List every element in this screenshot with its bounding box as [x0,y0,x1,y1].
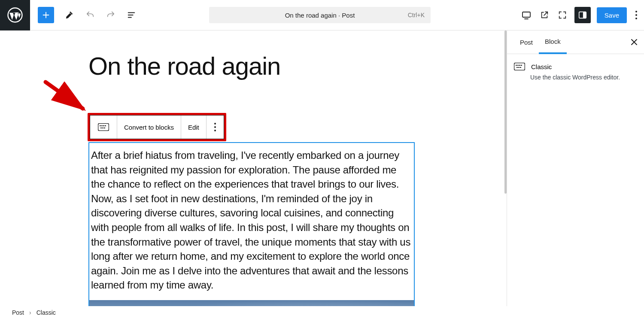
chevron-right-icon: › [29,309,31,316]
top-toolbar: On the road again · Post Ctrl+K Save [0,0,644,30]
document-title: On the road again · Post [285,12,355,19]
annotation-highlight-box: Convert to blocks Edit [88,113,226,141]
svg-rect-21 [519,65,520,66]
post-image[interactable] [89,300,414,306]
sidebar-body: Classic Use the classic WordPress editor… [507,54,644,89]
view-desktop-icon[interactable] [520,9,532,21]
document-overview-icon[interactable] [126,10,137,20]
wordpress-logo[interactable] [0,0,30,30]
block-description: Use the classic WordPress editor. [530,74,637,81]
add-block-button[interactable] [38,7,54,23]
tab-block[interactable]: Block [539,30,567,54]
svg-rect-11 [105,125,106,126]
sidebar-toggle-button[interactable] [574,7,591,23]
command-shortcut: Ctrl+K [408,12,425,18]
svg-rect-18 [514,63,525,70]
classic-block[interactable]: After a brief hiatus from traveling, I'v… [88,142,415,306]
convert-to-blocks-button[interactable]: Convert to blocks [117,115,181,139]
breadcrumb-root[interactable]: Post [12,309,24,316]
block-toolbar: Convert to blocks Edit [90,115,224,139]
block-info-header: Classic [514,63,637,70]
post-content[interactable]: After a brief hiatus from traveling, I'v… [89,148,414,300]
svg-point-16 [214,126,216,128]
classic-block-icon [514,63,525,70]
svg-point-15 [214,123,216,125]
classic-block-icon[interactable] [90,115,117,139]
svg-rect-22 [521,65,522,66]
tools-icon[interactable] [64,10,75,20]
svg-rect-12 [100,128,102,128]
svg-rect-9 [101,125,103,126]
svg-rect-20 [517,65,519,66]
settings-sidebar: Post Block Classic Use the classic WordP… [507,30,644,306]
svg-point-17 [214,130,216,131]
block-name-label: Classic [531,63,552,70]
right-toolbar-group: Save [520,7,640,23]
options-icon[interactable] [633,11,640,19]
post-title[interactable]: On the road again [88,54,415,79]
fullscreen-icon[interactable] [556,9,568,21]
save-button[interactable]: Save [597,7,627,23]
edit-button[interactable]: Edit [181,115,207,139]
svg-rect-7 [98,124,109,131]
svg-rect-23 [516,67,518,68]
editor-canvas: On the road again Convert to blocks Edit… [0,30,507,306]
svg-rect-10 [103,125,104,126]
svg-rect-8 [100,125,101,126]
svg-rect-14 [104,128,105,128]
svg-rect-25 [520,67,521,68]
view-link-icon[interactable] [538,9,550,21]
breadcrumb: Post › Classic [0,306,56,319]
document-title-bar[interactable]: On the road again · Post Ctrl+K [209,7,431,23]
tab-post[interactable]: Post [514,30,539,54]
svg-point-4 [635,11,637,12]
svg-rect-19 [516,65,517,66]
svg-rect-3 [583,12,586,18]
svg-point-5 [635,14,637,16]
svg-point-6 [635,18,637,19]
undo-icon[interactable] [85,10,95,20]
block-options-icon[interactable] [207,115,224,139]
breadcrumb-current[interactable]: Classic [36,309,56,316]
editor-content: On the road again [88,30,415,79]
svg-rect-1 [522,12,530,17]
redo-icon[interactable] [106,10,116,20]
svg-rect-24 [518,67,519,68]
annotation-arrow-icon [42,79,89,113]
svg-rect-13 [102,128,103,128]
sidebar-tabs: Post Block [507,30,644,54]
close-sidebar-icon[interactable] [630,38,638,46]
